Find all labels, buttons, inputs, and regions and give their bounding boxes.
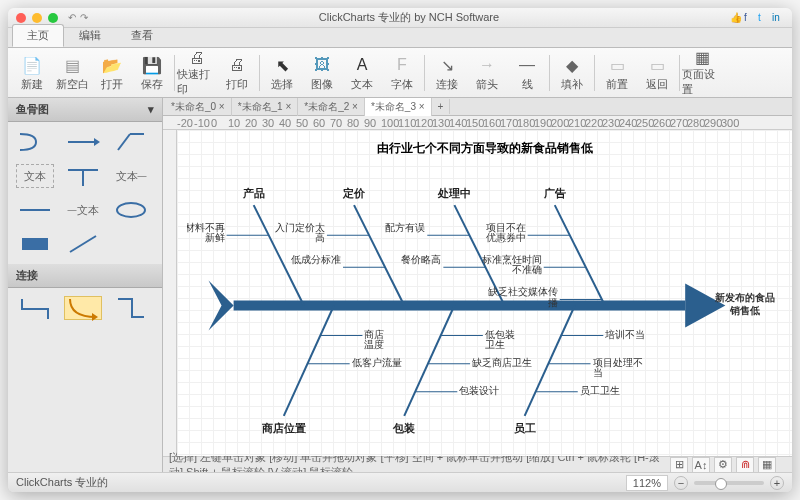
svg-text:培训不当: 培训不当 xyxy=(604,329,645,340)
zoom-out-button[interactable]: − xyxy=(674,476,688,490)
toolbar-新建[interactable]: 📄新建 xyxy=(12,50,52,96)
svg-point-7 xyxy=(117,203,145,217)
connections-title: 连接 xyxy=(16,268,38,283)
minimize-icon[interactable] xyxy=(32,13,42,23)
chart-title: 由行业七个不同方面导致的新食品销售低 xyxy=(177,140,792,157)
toolbar-图像[interactable]: 🖼图像 xyxy=(302,50,342,96)
doc-tab[interactable]: *未命名_1 × xyxy=(232,98,299,116)
close-icon[interactable] xyxy=(16,13,26,23)
toolbar-页面设置[interactable]: ▦页面设置 xyxy=(682,50,722,96)
canvas-area: *未命名_0 ×*未命名_1 ×*未命名_2 ×*未命名_3 ×+ -20-10… xyxy=(163,98,792,472)
connector-curve[interactable] xyxy=(64,296,102,320)
svg-line-9 xyxy=(70,236,96,252)
svg-line-2 xyxy=(118,134,130,150)
tab-view[interactable]: 查看 xyxy=(116,24,168,47)
toolbar-前置[interactable]: ▭前置 xyxy=(597,50,637,96)
connector-elbow[interactable] xyxy=(16,296,54,320)
gear-icon[interactable]: ⚙ xyxy=(714,457,732,473)
toolbar-字体[interactable]: F字体 xyxy=(382,50,422,96)
snap-icon[interactable]: ⊞ xyxy=(670,457,688,473)
svg-text:当: 当 xyxy=(593,367,603,378)
magnet-icon[interactable]: ⋒ xyxy=(736,457,754,473)
canvas[interactable]: 由行业七个不同方面导致的新食品销售低 新发布的食品销售低产品原材料不再新鲜定价入… xyxy=(177,130,792,456)
connections-panel-header[interactable]: 连接 xyxy=(8,264,162,288)
doc-tab[interactable]: *未命名_0 × xyxy=(165,98,232,116)
toolbar-打开[interactable]: 📂打开 xyxy=(92,50,132,96)
status-bar: [选择] 左键单击对象 [移动] 单击并拖动对象 [平移] 空间 + 鼠标单击并… xyxy=(163,456,792,472)
window-controls xyxy=(16,13,58,23)
shape-diag[interactable] xyxy=(64,232,102,256)
quick-access-toolbar: ↶ ↷ xyxy=(68,12,88,23)
shape-text-line[interactable]: 文本 — xyxy=(112,164,150,188)
shape-fishhead[interactable] xyxy=(16,130,54,154)
redo-icon[interactable]: ↷ xyxy=(80,12,88,23)
shape-t[interactable] xyxy=(64,164,102,188)
undo-icon[interactable]: ↶ xyxy=(68,12,76,23)
svg-line-20 xyxy=(354,205,404,305)
doc-tab[interactable]: *未命名_3 × xyxy=(365,98,432,116)
linkedin-icon[interactable]: in xyxy=(772,12,784,24)
tab-edit[interactable]: 编辑 xyxy=(64,24,116,47)
shape-bone-up[interactable] xyxy=(112,130,150,154)
svg-text:产品: 产品 xyxy=(242,187,265,199)
social-icons: 👍 f t in xyxy=(730,12,784,24)
shape-line[interactable] xyxy=(16,198,54,222)
main-area: 鱼骨图 ▾ 文本 文本 — — 文本 连接 xyxy=(8,98,792,472)
toolbar-连接[interactable]: ↘连接 xyxy=(427,50,467,96)
zoom-in-button[interactable]: + xyxy=(770,476,784,490)
toolbar-文本[interactable]: A文本 xyxy=(342,50,382,96)
shape-arrow[interactable] xyxy=(64,130,102,154)
doc-tab[interactable]: *未命名_2 × xyxy=(298,98,365,116)
toolbar-快速打印[interactable]: 🖨快速打印 xyxy=(177,50,217,96)
shape-rect[interactable] xyxy=(16,232,54,256)
toolbar-返回[interactable]: ▭返回 xyxy=(637,50,677,96)
svg-text:包装: 包装 xyxy=(392,422,416,434)
svg-text:新发布的食品: 新发布的食品 xyxy=(714,292,775,303)
text-icon[interactable]: A↕ xyxy=(692,457,710,473)
svg-line-44 xyxy=(284,306,334,416)
svg-text:播: 播 xyxy=(548,297,558,308)
window-title: ClickCharts 专业的 by NCH Software xyxy=(88,10,730,25)
svg-text:卫生: 卫生 xyxy=(485,339,505,350)
svg-text:员工: 员工 xyxy=(514,422,536,434)
sidebar: 鱼骨图 ▾ 文本 文本 — — 文本 连接 xyxy=(8,98,163,472)
svg-marker-12 xyxy=(685,283,725,327)
document-tabs: *未命名_0 ×*未命名_1 ×*未命名_2 ×*未命名_3 ×+ xyxy=(163,98,792,116)
shape-ellipse[interactable] xyxy=(112,198,150,222)
toolbar-线[interactable]: —线 xyxy=(507,50,547,96)
svg-line-33 xyxy=(555,205,605,305)
twitter-icon[interactable]: t xyxy=(758,12,770,24)
svg-marker-10 xyxy=(92,313,98,321)
footer-text: ClickCharts 专业的 xyxy=(16,475,108,490)
shape-text-box[interactable]: 文本 xyxy=(16,164,54,188)
toolbar-打印[interactable]: 🖨打印 xyxy=(217,50,257,96)
chevron-down-icon[interactable]: ▾ xyxy=(148,103,154,116)
shapes-panel: 文本 文本 — — 文本 xyxy=(8,122,162,264)
toolbar-选择[interactable]: ⬉选择 xyxy=(262,50,302,96)
toolbar-新空白[interactable]: ▤新空白 xyxy=(52,50,92,96)
facebook-icon[interactable]: f xyxy=(744,12,756,24)
svg-rect-8 xyxy=(22,238,48,250)
svg-text:员工卫生: 员工卫生 xyxy=(580,385,620,396)
toolbar-保存[interactable]: 💾保存 xyxy=(132,50,172,96)
like-icon[interactable]: 👍 xyxy=(730,12,742,24)
new-tab-button[interactable]: + xyxy=(432,99,451,114)
svg-text:配方有误: 配方有误 xyxy=(385,222,425,233)
footer: ClickCharts 专业的 112% − + xyxy=(8,472,792,492)
svg-text:不准确: 不准确 xyxy=(512,264,542,275)
zoom-slider[interactable] xyxy=(694,481,764,485)
svg-text:包装设计: 包装设计 xyxy=(459,385,499,396)
shapes-panel-header[interactable]: 鱼骨图 ▾ xyxy=(8,98,162,122)
tab-home[interactable]: 主页 xyxy=(12,24,64,47)
app-window: ↶ ↷ ClickCharts 专业的 by NCH Software 👍 f … xyxy=(8,8,792,492)
canvas-wrap: 由行业七个不同方面导致的新食品销售低 新发布的食品销售低产品原材料不再新鲜定价入… xyxy=(163,130,792,456)
toolbar-填补[interactable]: ◆填补 xyxy=(552,50,592,96)
fishbone-diagram: 新发布的食品销售低产品原材料不再新鲜定价入门定价太高低成分标准处理中配方有误餐价… xyxy=(187,165,782,446)
maximize-icon[interactable] xyxy=(48,13,58,23)
connector-step[interactable] xyxy=(112,296,150,320)
toolbar-箭头[interactable]: →箭头 xyxy=(467,50,507,96)
shape-text-line2[interactable]: — 文本 xyxy=(64,198,102,222)
grid-icon[interactable]: ▦ xyxy=(758,457,776,473)
svg-text:温度: 温度 xyxy=(364,339,384,350)
toolbar: 📄新建▤新空白📂打开💾保存🖨快速打印🖨打印⬉选择🖼图像A文本F字体↘连接→箭头—… xyxy=(8,48,792,98)
